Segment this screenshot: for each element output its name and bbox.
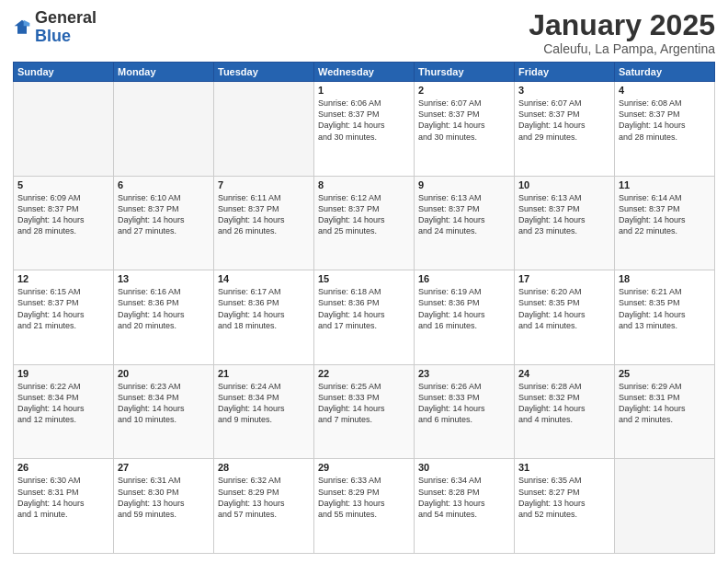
day-number-24: 24 xyxy=(518,368,610,379)
day-info-23: Sunrise: 6:26 AM Sunset: 8:33 PM Dayligh… xyxy=(418,381,510,426)
day-info-1: Sunrise: 6:06 AM Sunset: 8:37 PM Dayligh… xyxy=(318,98,410,143)
cell-4-4: 30Sunrise: 6:34 AM Sunset: 8:28 PM Dayli… xyxy=(415,459,515,554)
day-number-13: 13 xyxy=(118,273,210,284)
header-wednesday: Wednesday xyxy=(314,63,415,82)
day-info-11: Sunrise: 6:14 AM Sunset: 8:37 PM Dayligh… xyxy=(619,192,711,237)
header-right: January 2025 Caleufu, La Pampa, Argentin… xyxy=(529,9,715,56)
day-info-13: Sunrise: 6:16 AM Sunset: 8:36 PM Dayligh… xyxy=(118,286,210,331)
day-number-16: 16 xyxy=(418,273,510,284)
cell-4-5: 31Sunrise: 6:35 AM Sunset: 8:27 PM Dayli… xyxy=(515,459,615,554)
cell-4-0: 26Sunrise: 6:30 AM Sunset: 8:31 PM Dayli… xyxy=(14,459,114,554)
day-number-31: 31 xyxy=(518,462,610,473)
cell-3-0: 19Sunrise: 6:22 AM Sunset: 8:34 PM Dayli… xyxy=(14,364,114,459)
day-number-11: 11 xyxy=(619,179,711,190)
day-info-30: Sunrise: 6:34 AM Sunset: 8:28 PM Dayligh… xyxy=(418,475,510,520)
cell-2-3: 15Sunrise: 6:18 AM Sunset: 8:36 PM Dayli… xyxy=(314,270,415,365)
day-number-28: 28 xyxy=(218,462,310,473)
day-number-4: 4 xyxy=(619,85,711,96)
header-friday: Friday xyxy=(515,63,615,82)
cell-0-0 xyxy=(14,82,114,177)
cell-0-1 xyxy=(114,82,214,177)
cell-3-3: 22Sunrise: 6:25 AM Sunset: 8:33 PM Dayli… xyxy=(314,364,415,459)
day-info-14: Sunrise: 6:17 AM Sunset: 8:36 PM Dayligh… xyxy=(218,286,310,331)
week-row-3: 19Sunrise: 6:22 AM Sunset: 8:34 PM Dayli… xyxy=(14,364,715,459)
week-row-4: 26Sunrise: 6:30 AM Sunset: 8:31 PM Dayli… xyxy=(14,459,715,554)
day-info-15: Sunrise: 6:18 AM Sunset: 8:36 PM Dayligh… xyxy=(318,286,410,331)
day-number-12: 12 xyxy=(17,273,109,284)
header-sunday: Sunday xyxy=(14,63,114,82)
day-number-3: 3 xyxy=(518,85,610,96)
day-info-10: Sunrise: 6:13 AM Sunset: 8:37 PM Dayligh… xyxy=(518,192,610,237)
cell-3-5: 24Sunrise: 6:28 AM Sunset: 8:32 PM Dayli… xyxy=(515,364,615,459)
day-info-12: Sunrise: 6:15 AM Sunset: 8:37 PM Dayligh… xyxy=(17,286,109,331)
logo-blue-text: Blue xyxy=(35,27,71,45)
day-info-3: Sunrise: 6:07 AM Sunset: 8:37 PM Dayligh… xyxy=(518,98,610,143)
day-number-21: 21 xyxy=(218,368,310,379)
cell-0-6: 4Sunrise: 6:08 AM Sunset: 8:37 PM Daylig… xyxy=(615,82,715,177)
day-info-6: Sunrise: 6:10 AM Sunset: 8:37 PM Dayligh… xyxy=(118,192,210,237)
header-tuesday: Tuesday xyxy=(214,63,314,82)
day-info-5: Sunrise: 6:09 AM Sunset: 8:37 PM Dayligh… xyxy=(17,192,109,237)
day-info-2: Sunrise: 6:07 AM Sunset: 8:37 PM Dayligh… xyxy=(418,98,510,143)
day-info-26: Sunrise: 6:30 AM Sunset: 8:31 PM Dayligh… xyxy=(17,475,109,520)
cell-0-3: 1Sunrise: 6:06 AM Sunset: 8:37 PM Daylig… xyxy=(314,82,415,177)
top-section: General Blue January 2025 Caleufu, La Pa… xyxy=(13,9,715,56)
day-number-18: 18 xyxy=(619,273,711,284)
cell-1-0: 5Sunrise: 6:09 AM Sunset: 8:37 PM Daylig… xyxy=(14,176,114,270)
day-number-23: 23 xyxy=(418,368,510,379)
day-info-19: Sunrise: 6:22 AM Sunset: 8:34 PM Dayligh… xyxy=(17,381,109,426)
day-info-4: Sunrise: 6:08 AM Sunset: 8:37 PM Dayligh… xyxy=(619,98,711,143)
cell-1-6: 11Sunrise: 6:14 AM Sunset: 8:37 PM Dayli… xyxy=(615,176,715,270)
cell-2-6: 18Sunrise: 6:21 AM Sunset: 8:35 PM Dayli… xyxy=(615,270,715,365)
day-info-9: Sunrise: 6:13 AM Sunset: 8:37 PM Dayligh… xyxy=(418,192,510,237)
calendar-body: 1Sunrise: 6:06 AM Sunset: 8:37 PM Daylig… xyxy=(14,82,715,554)
day-info-18: Sunrise: 6:21 AM Sunset: 8:35 PM Dayligh… xyxy=(619,286,711,331)
cell-3-1: 20Sunrise: 6:23 AM Sunset: 8:34 PM Dayli… xyxy=(114,364,214,459)
cell-4-6 xyxy=(615,459,715,554)
day-number-1: 1 xyxy=(318,85,410,96)
day-info-8: Sunrise: 6:12 AM Sunset: 8:37 PM Dayligh… xyxy=(318,192,410,237)
day-number-22: 22 xyxy=(318,368,410,379)
header-saturday: Saturday xyxy=(615,63,715,82)
cell-1-3: 8Sunrise: 6:12 AM Sunset: 8:37 PM Daylig… xyxy=(314,176,415,270)
day-number-19: 19 xyxy=(17,368,109,379)
day-number-27: 27 xyxy=(118,462,210,473)
cell-4-2: 28Sunrise: 6:32 AM Sunset: 8:29 PM Dayli… xyxy=(214,459,314,554)
logo-icon xyxy=(13,18,31,37)
cell-3-6: 25Sunrise: 6:29 AM Sunset: 8:31 PM Dayli… xyxy=(615,364,715,459)
week-row-2: 12Sunrise: 6:15 AM Sunset: 8:37 PM Dayli… xyxy=(14,270,715,365)
day-number-6: 6 xyxy=(118,179,210,190)
cell-3-4: 23Sunrise: 6:26 AM Sunset: 8:33 PM Dayli… xyxy=(415,364,515,459)
day-number-29: 29 xyxy=(318,462,410,473)
day-number-14: 14 xyxy=(218,273,310,284)
day-number-7: 7 xyxy=(218,179,310,190)
day-number-2: 2 xyxy=(418,85,510,96)
logo-text: General Blue xyxy=(35,9,97,46)
day-number-26: 26 xyxy=(17,462,109,473)
cell-2-4: 16Sunrise: 6:19 AM Sunset: 8:36 PM Dayli… xyxy=(415,270,515,365)
day-number-9: 9 xyxy=(418,179,510,190)
page: General Blue January 2025 Caleufu, La Pa… xyxy=(0,0,728,563)
day-info-22: Sunrise: 6:25 AM Sunset: 8:33 PM Dayligh… xyxy=(318,381,410,426)
calendar-header: Sunday Monday Tuesday Wednesday Thursday… xyxy=(14,63,715,82)
day-info-24: Sunrise: 6:28 AM Sunset: 8:32 PM Dayligh… xyxy=(518,381,610,426)
cell-3-2: 21Sunrise: 6:24 AM Sunset: 8:34 PM Dayli… xyxy=(214,364,314,459)
cell-2-2: 14Sunrise: 6:17 AM Sunset: 8:36 PM Dayli… xyxy=(214,270,314,365)
cell-0-2 xyxy=(214,82,314,177)
day-number-30: 30 xyxy=(418,462,510,473)
cell-2-0: 12Sunrise: 6:15 AM Sunset: 8:37 PM Dayli… xyxy=(14,270,114,365)
header-monday: Monday xyxy=(114,63,214,82)
weekday-header-row: Sunday Monday Tuesday Wednesday Thursday… xyxy=(14,63,715,82)
cell-1-4: 9Sunrise: 6:13 AM Sunset: 8:37 PM Daylig… xyxy=(415,176,515,270)
cell-4-1: 27Sunrise: 6:31 AM Sunset: 8:30 PM Dayli… xyxy=(114,459,214,554)
day-number-10: 10 xyxy=(518,179,610,190)
week-row-1: 5Sunrise: 6:09 AM Sunset: 8:37 PM Daylig… xyxy=(14,176,715,270)
day-info-27: Sunrise: 6:31 AM Sunset: 8:30 PM Dayligh… xyxy=(118,475,210,520)
day-info-17: Sunrise: 6:20 AM Sunset: 8:35 PM Dayligh… xyxy=(518,286,610,331)
day-info-29: Sunrise: 6:33 AM Sunset: 8:29 PM Dayligh… xyxy=(318,475,410,520)
day-number-5: 5 xyxy=(17,179,109,190)
cell-1-1: 6Sunrise: 6:10 AM Sunset: 8:37 PM Daylig… xyxy=(114,176,214,270)
cell-0-4: 2Sunrise: 6:07 AM Sunset: 8:37 PM Daylig… xyxy=(415,82,515,177)
cell-2-5: 17Sunrise: 6:20 AM Sunset: 8:35 PM Dayli… xyxy=(515,270,615,365)
day-number-25: 25 xyxy=(619,368,711,379)
